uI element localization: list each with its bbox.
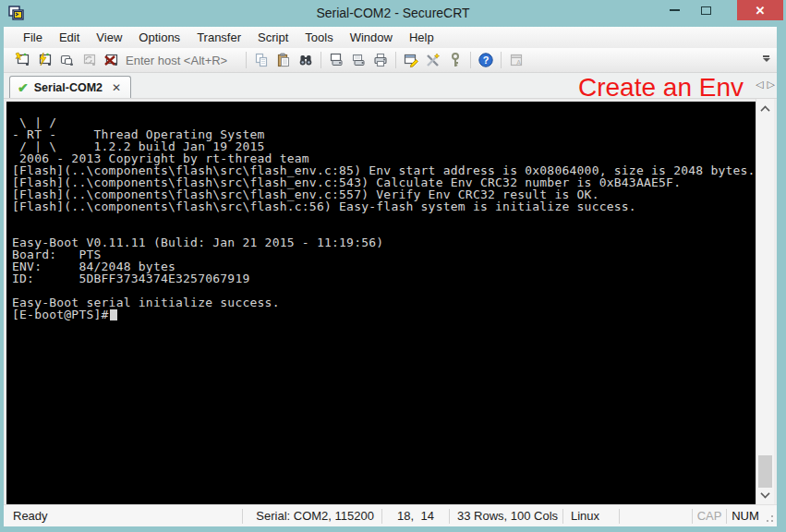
svg-text:A: A <box>516 59 521 66</box>
status-ready: Ready <box>4 505 242 526</box>
status-cursor-position: 18, 14 <box>382 505 449 526</box>
connect-icon <box>14 52 30 68</box>
tab-serial-com2[interactable]: ✔ Serial-COM2 ✕ <box>9 76 131 98</box>
terminal-line: ID: 5DBFF3734374E3257067919 <box>12 272 756 284</box>
tab-label: Serial-COM2 <box>34 81 103 94</box>
keymap-editor-icon <box>425 52 441 68</box>
securecrt-window: Serial-COM2 - SecureCRT ✕ File Edit View… <box>0 0 786 532</box>
resize-grip[interactable] <box>764 505 777 526</box>
toolbar-separator <box>246 52 247 68</box>
menubar: File Edit View Options Transfer Script T… <box>4 27 777 48</box>
status-spacer <box>620 505 692 526</box>
scroll-down-icon[interactable] <box>761 491 768 499</box>
print-screen-icon <box>328 52 345 68</box>
find-icon <box>297 52 314 68</box>
menu-options[interactable]: Options <box>130 28 188 47</box>
terminal-scrollbar[interactable] <box>756 99 774 504</box>
terminal-output[interactable]: \ | /- RT - Thread Operating System / | … <box>6 102 756 504</box>
toolbar: ? A <box>4 48 777 73</box>
maximize-button[interactable] <box>692 0 719 20</box>
terminal-line: [Flash](..\components\flash\src\flash.c:… <box>12 200 756 212</box>
overflow-icon <box>763 55 769 57</box>
menu-transfer[interactable]: Transfer <box>188 28 249 47</box>
help-icon: ? <box>478 52 494 68</box>
paste-icon <box>275 52 292 68</box>
terminal-line: [E-boot@PTS]# <box>12 308 756 320</box>
menu-tools[interactable]: Tools <box>296 28 341 47</box>
help-button[interactable]: ? <box>475 49 497 71</box>
reconnect-icon <box>80 52 97 68</box>
paste-button[interactable] <box>272 49 295 71</box>
print-button[interactable] <box>369 49 392 71</box>
print-setup-button[interactable] <box>347 49 369 71</box>
terminal-cursor <box>110 309 117 320</box>
menu-help[interactable]: Help <box>401 28 442 47</box>
script-indicator-button[interactable]: A <box>505 49 527 71</box>
find-button[interactable] <box>295 49 317 71</box>
menu-edit[interactable]: Edit <box>51 28 88 47</box>
statusbar: Ready Serial: COM2, 115200 18, 14 33 Row… <box>4 504 777 526</box>
script-indicator-icon: A <box>508 52 525 68</box>
tab-scroll-right-icon[interactable]: ▷ <box>768 79 775 91</box>
quick-connect-icon <box>36 52 53 68</box>
toolbar-separator <box>320 52 321 68</box>
copy-button[interactable] <box>250 49 272 71</box>
minimize-button[interactable] <box>660 0 688 20</box>
connected-check-icon: ✔ <box>18 81 29 94</box>
status-connection: Serial: COM2, 115200 <box>243 505 381 526</box>
keymap-editor-button[interactable] <box>422 49 444 71</box>
menu-window[interactable]: Window <box>342 28 401 47</box>
close-icon: ✕ <box>756 5 766 17</box>
connect-button[interactable] <box>11 49 33 71</box>
status-terminal-size: 33 Rows, 100 Cols <box>450 505 562 526</box>
toolbar-separator <box>501 52 502 68</box>
terminal-line: Easy-Boot serial initialize success. <box>12 296 756 308</box>
print-setup-icon <box>350 52 367 68</box>
print-screen-button[interactable] <box>325 49 347 71</box>
security-key-icon <box>447 52 464 68</box>
quick-connect-button[interactable] <box>33 49 55 71</box>
maximize-icon <box>701 6 711 15</box>
host-input[interactable] <box>126 52 236 69</box>
menu-file[interactable]: File <box>15 28 51 47</box>
disconnect-button[interactable] <box>100 49 122 71</box>
connect-in-tab-icon <box>58 52 75 68</box>
scrollbar-thumb[interactable] <box>758 455 772 488</box>
terminal-line: Easy-Boot V0.11.11 (Bulid: Jan 21 2015 -… <box>12 236 756 248</box>
disconnect-icon <box>103 52 119 68</box>
connect-in-tab-button[interactable] <box>55 49 78 71</box>
reconnect-button[interactable] <box>78 49 100 71</box>
toolbar-overflow-button[interactable] <box>761 55 771 62</box>
copy-icon <box>253 52 270 68</box>
tab-scroll-left-icon[interactable]: ◁ <box>756 79 763 91</box>
titlebar[interactable]: Serial-COM2 - SecureCRT ✕ <box>0 0 786 27</box>
print-icon <box>372 52 389 68</box>
menu-script[interactable]: Script <box>249 28 296 47</box>
status-emulation: Linux <box>563 505 619 526</box>
terminal-line <box>12 104 756 116</box>
status-caps-lock: CAP <box>693 505 726 526</box>
status-num-lock: NUM <box>727 505 764 526</box>
tabbar: ✔ Serial-COM2 ✕ Create an Env ◁ ▷ <box>4 73 777 99</box>
toolbar-separator <box>395 52 396 68</box>
security-key-button[interactable] <box>444 49 466 71</box>
close-button[interactable]: ✕ <box>737 0 783 20</box>
terminal-line <box>12 212 756 224</box>
session-options-icon <box>403 52 419 68</box>
minimize-icon <box>670 9 680 11</box>
session-options-button[interactable] <box>400 49 422 71</box>
scroll-up-icon[interactable] <box>761 104 768 112</box>
svg-text:?: ? <box>483 54 490 66</box>
toolbar-separator <box>470 52 471 68</box>
menu-view[interactable]: View <box>88 28 130 47</box>
tab-close-icon[interactable]: ✕ <box>112 82 121 93</box>
terminal-area: \ | /- RT - Thread Operating System / | … <box>4 99 777 504</box>
